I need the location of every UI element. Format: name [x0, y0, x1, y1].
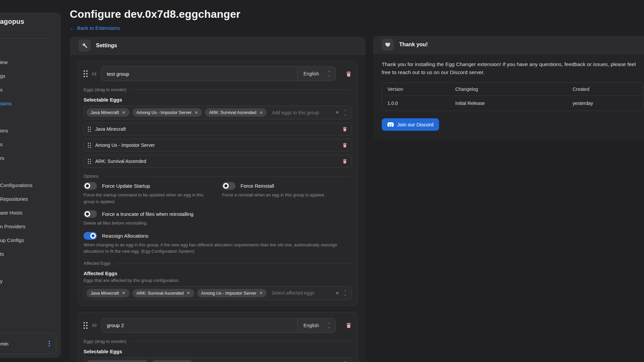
back-link-label: Back to Extensions [77, 25, 120, 31]
join-discord-button[interactable]: Join our Discord [382, 118, 439, 131]
toggle-switch[interactable] [84, 210, 97, 218]
affected-eggs-heading: Affected Eggs [84, 270, 352, 276]
col-created: Created [567, 83, 643, 96]
egg-row[interactable]: Among Us - Impostor Server [84, 139, 352, 152]
sidebar-item-nodes[interactable]: s [0, 137, 61, 151]
sidebar-item-overview[interactable]: iew [0, 55, 61, 69]
kebab-menu-icon[interactable] [49, 341, 50, 347]
egg-row[interactable]: Java Minecraft [84, 123, 352, 135]
settings-card-body: #1 English ⌃⌄ E [70, 55, 366, 362]
drag-handle-icon[interactable] [88, 143, 91, 148]
sidebar-item-repositories[interactable]: Repositories [0, 192, 61, 206]
page-title: Configure dev.0x7d8.eggchanger [70, 8, 366, 20]
language-select-value: English [304, 71, 319, 76]
sidebar-nav: iew gs s sions ons s rs Configurations R… [0, 55, 61, 288]
clear-all-icon[interactable]: ✕ [335, 110, 339, 115]
back-to-extensions-link[interactable]: ← Back to Extensions [70, 25, 120, 31]
select-stepper-icon[interactable]: ⌃⌄ [344, 110, 347, 115]
drag-handle-icon[interactable] [88, 127, 91, 132]
sidebar-section-gap [0, 110, 61, 124]
toggle-switch[interactable] [84, 232, 97, 240]
trash-icon [345, 70, 352, 77]
sidebar-item-database-hosts[interactable]: ase Hosts [0, 206, 61, 220]
sidebar-item-settings[interactable]: gs [0, 69, 61, 83]
group-name-input[interactable] [101, 318, 297, 333]
group-index-label: #2 [92, 323, 97, 328]
remove-tag-icon[interactable]: ✕ [259, 110, 263, 115]
selectable-eggs-multiselect[interactable]: ARK: Survival Ascended ✕ 7 Days To Die ✕… [84, 357, 352, 362]
remove-tag-icon[interactable]: ✕ [122, 291, 125, 295]
toggle-force-truncate: Force a truncate of files when reinstall… [84, 210, 213, 227]
sidebar-item-configurations[interactable]: Configurations [0, 178, 61, 192]
discord-icon [387, 122, 394, 127]
delete-group-button[interactable] [345, 70, 352, 77]
language-select[interactable]: English ⌃⌄ [297, 67, 335, 81]
user-box[interactable]: min [0, 333, 56, 354]
egg-row[interactable]: ARK: Survival Ascended [84, 155, 352, 168]
thank-you-card: Thank you! Thank you for installing the … [373, 36, 644, 139]
settings-card-header: Settings [70, 37, 366, 55]
sidebar-item-mounts[interactable]: ts [0, 247, 61, 261]
sidebar-item-servers[interactable]: rs [0, 151, 61, 165]
version-cell: 1.0.0 [382, 96, 450, 111]
remove-tag-icon[interactable]: ✕ [195, 110, 198, 115]
affected-eggs-divider: Affected Eggs [84, 261, 352, 266]
delete-egg-button[interactable] [342, 142, 347, 148]
affected-eggs-multiselect[interactable]: Java Minecraft ✕ ARK: Survival Ascended … [84, 286, 352, 300]
toggle-switch[interactable] [222, 182, 235, 190]
sidebar-item-activity[interactable]: y [0, 274, 61, 288]
egg-name: Among Us - Impostor Server [95, 142, 155, 148]
heart-icon [382, 39, 394, 51]
sidebar-section-gap [0, 165, 61, 178]
selectable-eggs-heading: Selectable Eggs [84, 349, 352, 354]
eggs-reorder-divider: Eggs (drag to reorder) [84, 87, 352, 92]
remove-tag-icon[interactable]: ✕ [187, 291, 190, 295]
remove-tag-icon[interactable]: ✕ [122, 110, 125, 115]
sidebar-item-startup-configs[interactable]: up Configs [0, 233, 61, 247]
group-name-input[interactable] [101, 67, 297, 81]
sidebar-item-locations[interactable]: ons [0, 124, 61, 137]
egg-tag: ARK: Survival Ascended ✕ [205, 108, 267, 117]
drag-handle-icon[interactable] [88, 159, 91, 164]
wrench-icon [78, 40, 91, 52]
sidebar-item-providers[interactable]: n Providers [0, 220, 61, 233]
toggle-force-update-startup: Force Update Startup Force the startup c… [84, 182, 213, 205]
multiselect-placeholder: Add eggs to this group [272, 110, 319, 115]
egg-tag: 7 Days To Die ✕ [151, 360, 193, 362]
trash-icon [342, 142, 347, 148]
drag-handle-icon[interactable] [84, 70, 88, 77]
trash-icon [342, 158, 347, 164]
delete-egg-button[interactable] [342, 126, 347, 132]
egg-name: Java Minecraft [95, 126, 126, 132]
select-stepper-icon[interactable]: ⌃⌄ [344, 290, 347, 296]
language-select[interactable]: English ⌃⌄ [297, 318, 335, 333]
sidebar-item-extensions[interactable]: sions [0, 97, 61, 110]
table-row: 1.0.0 Initial Release yesterday [382, 96, 643, 111]
remove-tag-icon[interactable]: ✕ [259, 291, 263, 295]
clear-all-icon[interactable]: ✕ [335, 291, 339, 296]
egg-tag: ARK: Survival Ascended ✕ [132, 289, 194, 297]
toggle-reassign-allocations: Reassign Allocations When changing to an… [84, 232, 352, 255]
trash-icon [345, 322, 352, 329]
group-index-label: #1 [92, 71, 97, 76]
egg-name: ARK: Survival Ascended [95, 159, 146, 164]
created-cell: yesterday [567, 96, 643, 111]
select-stepper-icon: ⌃⌄ [328, 71, 331, 76]
delete-egg-button[interactable] [342, 158, 347, 164]
col-changelog: Changelog [450, 83, 567, 96]
thank-you-card-title: Thank you! [399, 42, 428, 48]
col-version: Version [382, 83, 450, 96]
selectable-eggs-multiselect[interactable]: Java Minecraft ✕ Among Us - Impostor Ser… [84, 106, 352, 119]
settings-card: Settings #1 English ⌃⌄ [70, 37, 366, 362]
egg-tag: Java Minecraft ✕ [87, 108, 129, 117]
brand-title: agopus [0, 18, 61, 25]
back-arrow-icon: ← [70, 25, 75, 31]
delete-group-button[interactable] [345, 322, 352, 329]
sidebar-item-api[interactable]: s [0, 83, 61, 97]
settings-card-title: Settings [96, 43, 117, 49]
sidebar-section-gap [0, 261, 61, 274]
toggle-switch[interactable] [84, 182, 97, 190]
drag-handle-icon[interactable] [84, 322, 88, 329]
sidebar: agopus iew gs s sions ons s rs Configura… [0, 12, 61, 358]
toggle-force-reinstall: Force Reinstall Force a reinstall when a… [222, 182, 352, 205]
